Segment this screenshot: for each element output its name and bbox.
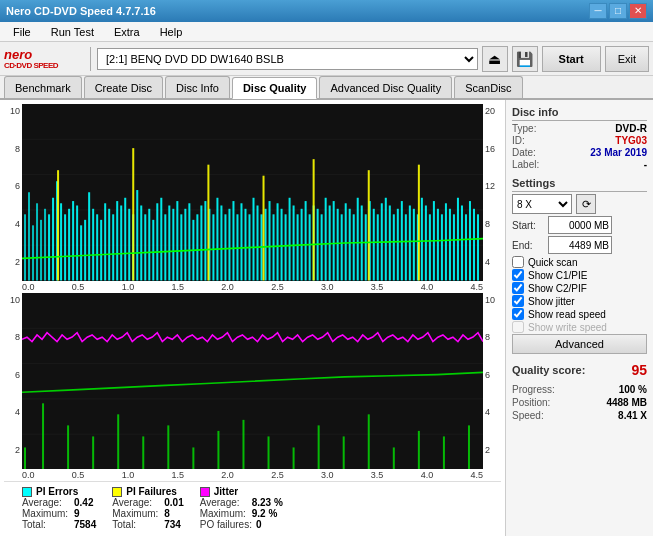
drive-select[interactable]: [2:1] BENQ DVD DD DW1640 BSLB [97,48,478,70]
svg-rect-29 [120,205,122,280]
stat-group-pi-failures: PI Failures Average: 0.01 Maximum: 8 Tot… [112,486,183,530]
cb-show-jitter: Show jitter [512,295,647,307]
tab-disc-quality[interactable]: Disc Quality [232,77,318,99]
svg-rect-140 [242,419,244,469]
svg-rect-59 [240,203,242,280]
nero-logo: nero CD·DVD SPEED [4,45,84,73]
speed-select[interactable]: 8 X [512,194,572,214]
eject-button[interactable]: ⏏ [482,46,508,72]
svg-rect-17 [72,201,74,280]
svg-rect-46 [188,203,190,280]
disc-type-row: Type: DVD-R [512,123,647,134]
svg-rect-134 [92,436,94,469]
quick-scan-checkbox[interactable] [512,256,524,268]
menu-help[interactable]: Help [151,24,192,40]
progress-section: Progress: 100 % Position: 4488 MB Speed:… [512,384,647,421]
show-read-speed-checkbox[interactable] [512,308,524,320]
svg-rect-34 [140,205,142,280]
svg-rect-33 [136,190,138,280]
tab-disc-info[interactable]: Disc Info [165,76,230,98]
settings-section: Settings 8 X ⟳ Start: End: Quick scan [512,177,647,354]
top-chart [22,104,483,281]
svg-rect-40 [164,214,166,280]
cb-show-write-speed: Show write speed [512,321,647,333]
svg-rect-120 [132,148,134,280]
svg-rect-98 [397,209,399,281]
advanced-button[interactable]: Advanced [512,334,647,354]
toolbar-divider-1 [90,47,91,71]
pi-errors-max: Maximum: 9 [22,508,96,519]
svg-rect-42 [172,209,174,281]
disc-info-title: Disc info [512,106,647,121]
svg-rect-102 [413,209,415,281]
svg-rect-114 [461,205,463,280]
svg-rect-22 [92,209,94,281]
svg-rect-62 [253,198,255,281]
svg-rect-31 [128,209,130,281]
svg-rect-136 [142,436,144,469]
tab-scan-disc[interactable]: ScanDisc [454,76,522,98]
svg-rect-65 [265,209,267,281]
stat-group-pi-errors: PI Errors Average: 0.42 Maximum: 9 Total… [22,486,96,530]
start-mb-input[interactable] [548,216,612,234]
svg-rect-25 [104,203,106,280]
svg-rect-5 [24,214,26,280]
menu-run-test[interactable]: Run Test [42,24,103,40]
svg-rect-39 [160,198,162,281]
tab-benchmark[interactable]: Benchmark [4,76,82,98]
svg-rect-143 [318,425,320,469]
top-chart-svg [22,104,483,281]
svg-rect-16 [68,209,70,281]
maximize-button[interactable]: □ [609,3,627,19]
right-panel: Disc info Type: DVD-R ID: TYG03 Date: 23… [505,100,653,536]
svg-rect-19 [80,225,82,280]
disc-id-row: ID: TYG03 [512,135,647,146]
top-chart-y-left: 10 8 6 4 2 [4,104,22,281]
svg-rect-28 [116,201,118,280]
svg-rect-10 [44,209,46,281]
show-c2pif-checkbox[interactable] [512,282,524,294]
cb-quick-scan: Quick scan [512,256,647,268]
tab-advanced-disc-quality[interactable]: Advanced Disc Quality [319,76,452,98]
show-jitter-checkbox[interactable] [512,295,524,307]
cb-show-c1pie: Show C1/PIE [512,269,647,281]
svg-rect-44 [180,214,182,280]
menu-file[interactable]: File [4,24,40,40]
quality-score-row: Quality score: 95 [512,362,647,378]
pi-errors-label-row: PI Errors [22,486,96,497]
svg-rect-12 [52,198,54,281]
pi-failures-avg: Average: 0.01 [112,497,183,508]
exit-button[interactable]: Exit [605,46,649,72]
svg-rect-48 [196,214,198,280]
svg-rect-45 [184,209,186,281]
svg-rect-41 [168,205,170,280]
svg-rect-72 [293,205,295,280]
svg-rect-86 [349,209,351,281]
svg-rect-149 [468,425,470,469]
bottom-chart-y-right: 10 8 6 4 2 [483,293,501,470]
svg-rect-111 [449,209,451,281]
svg-rect-14 [60,203,62,280]
svg-rect-75 [305,201,307,280]
svg-rect-125 [418,165,420,281]
svg-rect-84 [341,214,343,280]
pi-errors-color [22,487,32,497]
svg-rect-71 [289,198,291,281]
svg-rect-97 [393,214,395,280]
menu-extra[interactable]: Extra [105,24,149,40]
start-button[interactable]: Start [542,46,601,72]
position-row: Position: 4488 MB [512,397,647,408]
settings-icon-btn[interactable]: ⟳ [576,194,596,214]
end-mb-input[interactable] [548,236,612,254]
minimize-button[interactable]: ─ [589,3,607,19]
svg-rect-119 [57,170,59,280]
svg-rect-67 [273,214,275,280]
svg-rect-105 [425,205,427,280]
close-button[interactable]: ✕ [629,3,647,19]
show-c1pie-checkbox[interactable] [512,269,524,281]
svg-rect-35 [144,214,146,280]
jitter-color [200,487,210,497]
tab-create-disc[interactable]: Create Disc [84,76,163,98]
save-button[interactable]: 💾 [512,46,538,72]
svg-rect-142 [293,447,295,469]
